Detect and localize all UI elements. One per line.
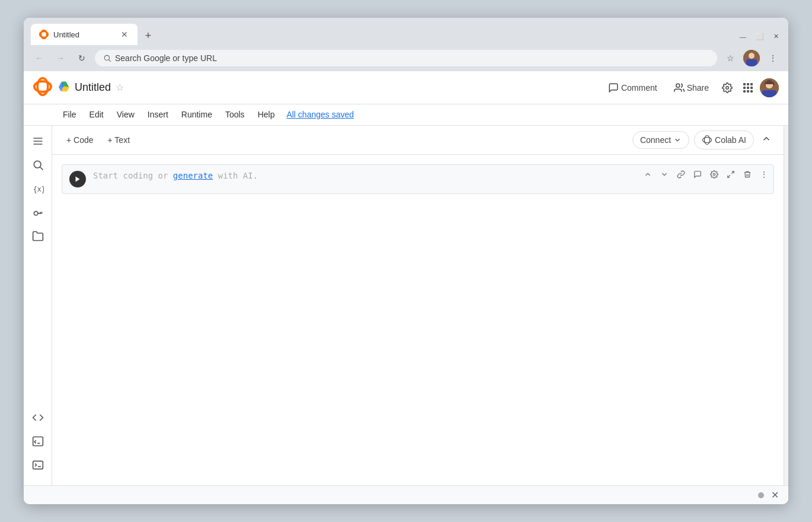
vertical-scrollbar[interactable] [784, 126, 788, 485]
address-bar-text: Search Google or type URL [115, 53, 217, 63]
svg-rect-20 [750, 87, 753, 89]
svg-point-43 [705, 136, 710, 145]
chrome-menu-icon[interactable]: ⋮ [765, 50, 781, 66]
add-text-button[interactable]: + Text [103, 133, 135, 147]
tab-favicon [39, 30, 49, 39]
notebook-toolbar: + Code + Text Connect [52, 126, 784, 155]
menu-file[interactable]: File [57, 107, 82, 122]
maximize-button[interactable]: ⬜ [753, 31, 766, 42]
toolbar-right: Connect Colab AI [632, 130, 774, 149]
chrome-addressbar: ← → ↻ Search Google or type URL ☆ ⋮ [24, 45, 788, 71]
forward-button[interactable]: → [52, 50, 69, 66]
svg-point-42 [703, 138, 712, 143]
menu-edit[interactable]: Edit [84, 107, 110, 122]
comment-icon [608, 82, 619, 93]
svg-line-32 [40, 167, 43, 170]
share-button[interactable]: Share [667, 79, 716, 97]
svg-rect-16 [747, 83, 749, 85]
chrome-titlebar: Untitled ✕ + — ⬜ ✕ [24, 18, 788, 45]
close-button[interactable]: ✕ [771, 31, 781, 42]
colab-logo [33, 77, 52, 98]
add-code-button[interactable]: + Code [62, 133, 98, 147]
browser-window: Untitled ✕ + — ⬜ ✕ ← → ↻ Search Google o… [24, 18, 788, 504]
svg-rect-17 [750, 83, 753, 85]
minimize-button[interactable]: — [737, 32, 749, 42]
sidebar: {x} [24, 126, 52, 485]
all-changes-saved[interactable]: All changes saved [286, 110, 354, 119]
sidebar-variables-icon[interactable]: {x} [27, 178, 49, 199]
sidebar-toc-icon[interactable] [27, 130, 49, 152]
svg-rect-22 [747, 90, 749, 93]
menu-help[interactable]: Help [252, 107, 281, 122]
sidebar-code-view-icon[interactable] [27, 407, 49, 428]
sidebar-search-icon[interactable] [27, 154, 49, 176]
svg-point-44 [713, 173, 715, 176]
svg-point-5 [749, 53, 755, 59]
sidebar-files-icon[interactable] [27, 225, 49, 247]
sidebar-console-icon[interactable] [27, 454, 49, 476]
svg-rect-15 [743, 83, 746, 85]
notebook-area: + Code + Text Connect [52, 126, 784, 485]
tab-title: Untitled [53, 30, 79, 39]
star-icon[interactable]: ☆ [116, 82, 124, 93]
svg-rect-23 [750, 90, 753, 93]
run-cell-button[interactable] [69, 171, 86, 187]
apps-grid-icon [742, 82, 754, 94]
user-avatar-header[interactable] [760, 78, 779, 97]
doc-title[interactable]: Untitled [75, 81, 111, 94]
colab-ai-button[interactable]: Colab AI [694, 130, 754, 149]
chevron-up-icon [761, 133, 772, 144]
browser-tab[interactable]: Untitled ✕ [31, 24, 138, 45]
svg-rect-40 [33, 461, 43, 469]
svg-rect-26 [762, 90, 776, 97]
cell-link-icon[interactable] [674, 167, 688, 182]
connect-button[interactable]: Connect [632, 131, 689, 149]
svg-line-45 [731, 171, 734, 174]
svg-point-34 [34, 211, 38, 215]
svg-line-3 [109, 60, 111, 62]
cell-toolbar: ⋮ [641, 167, 771, 182]
svg-rect-21 [743, 90, 746, 93]
gear-icon [722, 82, 733, 93]
address-bar[interactable]: Search Google or type URL [95, 50, 717, 66]
menu-tools[interactable]: Tools [219, 107, 251, 122]
svg-point-31 [34, 161, 41, 168]
cell-expand-icon[interactable] [724, 167, 738, 182]
cells-container: ⋮ Start coding or generate with AI. [52, 155, 784, 485]
sidebar-bottom [27, 407, 49, 480]
new-tab-button[interactable]: + [140, 27, 156, 44]
share-label: Share [687, 83, 709, 93]
comment-button[interactable]: Comment [601, 79, 664, 97]
collapse-button[interactable] [759, 131, 774, 149]
status-close-button[interactable]: ✕ [771, 489, 779, 501]
menu-insert[interactable]: Insert [142, 107, 174, 122]
cell-comment-icon[interactable] [690, 167, 705, 182]
svg-point-2 [104, 55, 109, 60]
apps-button[interactable] [739, 78, 757, 97]
cell-delete-icon[interactable] [740, 167, 755, 182]
settings-button[interactable] [718, 79, 736, 97]
window-controls: — ⬜ ✕ [737, 31, 781, 42]
cell-placeholder-prefix: Start coding or [93, 171, 173, 180]
status-dot [758, 492, 764, 498]
user-avatar-small[interactable] [743, 50, 760, 66]
cell-move-down-icon[interactable] [657, 167, 672, 182]
svg-line-46 [728, 175, 730, 177]
bookmark-icon[interactable]: ☆ [722, 50, 739, 66]
cell-more-icon[interactable]: ⋮ [757, 167, 771, 182]
reload-button[interactable]: ↻ [73, 50, 90, 66]
cell-settings-icon[interactable] [707, 167, 721, 182]
svg-text:{x}: {x} [33, 185, 43, 193]
cell-move-up-icon[interactable] [641, 167, 655, 182]
back-button[interactable]: ← [31, 50, 47, 66]
tab-close-button[interactable]: ✕ [120, 30, 129, 39]
colab-ai-icon [702, 135, 712, 145]
comment-label: Comment [621, 83, 657, 93]
sidebar-secrets-icon[interactable] [27, 202, 49, 223]
menu-view[interactable]: View [111, 107, 140, 122]
generate-link[interactable]: generate [173, 171, 213, 180]
colab-header: Untitled ☆ Comment Share [24, 71, 788, 104]
svg-marker-47 [76, 177, 80, 182]
menu-runtime[interactable]: Runtime [175, 107, 218, 122]
sidebar-terminal-icon[interactable] [27, 431, 49, 452]
